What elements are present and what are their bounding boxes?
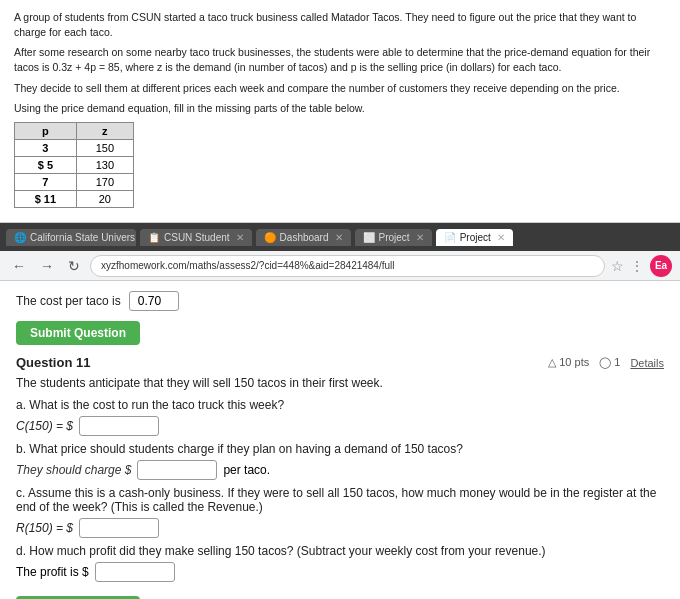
tab-icon-project2: 📄	[444, 232, 456, 243]
tab-label-california: California State Univers...	[30, 232, 136, 243]
table-row: $ 11 20	[15, 191, 134, 208]
tab-icon-project1: ⬜	[363, 232, 375, 243]
question-meta: △ 10 pts ◯ 1 Details	[548, 356, 664, 369]
tab-icon-dashboard: 🟠	[264, 232, 276, 243]
part-a-answer-row: C(150) = $	[16, 416, 664, 436]
part-d-prefix: The profit is $	[16, 565, 89, 579]
back-button[interactable]: ←	[8, 256, 30, 276]
tab-label-project1: Project	[379, 232, 410, 243]
part-c-letter: c.	[16, 486, 28, 500]
question-intro: The students anticipate that they will s…	[16, 376, 664, 390]
avatar-initials: Ea	[655, 260, 667, 271]
cell-z2: 130	[76, 157, 133, 174]
bookmark-icon[interactable]: ☆	[611, 258, 624, 274]
part-c-answer-row: R(150) = $	[16, 518, 664, 538]
cell-p4: $ 11	[15, 191, 77, 208]
part-b-prefix: They should charge $	[16, 463, 131, 477]
tab-california[interactable]: 🌐 California State Univers... ✕	[6, 229, 136, 246]
tab-project2[interactable]: 📄 Project ✕	[436, 229, 513, 246]
submit-question-top-button[interactable]: Submit Question	[16, 321, 140, 345]
doc-para3: They decide to sell them at different pr…	[14, 81, 666, 96]
part-b-input[interactable]	[137, 460, 217, 480]
doc-para4: Using the price demand equation, fill in…	[14, 101, 666, 116]
tab-close-dashboard[interactable]: ✕	[335, 232, 343, 243]
tab-icon-csun: 📋	[148, 232, 160, 243]
demand-table: p z 3 150 $ 5 130 7 170 $ 11	[14, 122, 134, 208]
tab-label-dashboard: Dashboard	[280, 232, 329, 243]
part-c: c. Assume this is a cash-only business. …	[16, 486, 664, 538]
tab-close-project1[interactable]: ✕	[416, 232, 424, 243]
cost-value-box: 0.70	[129, 291, 179, 311]
part-d-letter: d.	[16, 544, 29, 558]
part-b-letter: b.	[16, 442, 29, 456]
cell-z1: 150	[76, 140, 133, 157]
question-label: Question 11	[16, 355, 90, 370]
part-b-answer-row: They should charge $ per taco.	[16, 460, 664, 480]
part-c-input[interactable]	[79, 518, 159, 538]
cell-p2: $ 5	[15, 157, 77, 174]
col-header-z: z	[76, 123, 133, 140]
tab-label-csun: CSUN Student	[164, 232, 230, 243]
part-d-answer-row: The profit is $	[16, 562, 664, 582]
cell-z3: 170	[76, 174, 133, 191]
table-row: 3 150	[15, 140, 134, 157]
address-bar-row: ← → ↻ ☆ ⋮ Ea	[0, 251, 680, 281]
part-b: b. What price should students charge if …	[16, 442, 664, 480]
tab-close-csun[interactable]: ✕	[236, 232, 244, 243]
doc-para1: A group of students from CSUN started a …	[14, 10, 666, 39]
part-d: d. How much profit did they make selling…	[16, 544, 664, 582]
cost-label: The cost per taco is	[16, 294, 121, 308]
cell-p1: 3	[15, 140, 77, 157]
cell-p3: 7	[15, 174, 77, 191]
part-a-letter: a.	[16, 398, 29, 412]
part-c-text: c. Assume this is a cash-only business. …	[16, 486, 664, 514]
question-tries: ◯ 1	[599, 356, 620, 369]
tab-csun-student[interactable]: 📋 CSUN Student ✕	[140, 229, 252, 246]
question-header: Question 11 △ 10 pts ◯ 1 Details	[16, 355, 664, 370]
part-a-text: a. What is the cost to run the taco truc…	[16, 398, 664, 412]
address-input[interactable]	[90, 255, 605, 277]
tab-close-project2[interactable]: ✕	[497, 232, 505, 243]
cost-row: The cost per taco is 0.70	[16, 291, 664, 311]
part-d-text: d. How much profit did they make selling…	[16, 544, 664, 558]
cell-z4: 20	[76, 191, 133, 208]
tab-project1[interactable]: ⬜ Project ✕	[355, 229, 432, 246]
forward-button[interactable]: →	[36, 256, 58, 276]
reload-button[interactable]: ↻	[64, 256, 84, 276]
demand-table-wrapper: p z 3 150 $ 5 130 7 170 $ 11	[14, 122, 666, 208]
part-c-prefix: R(150) = $	[16, 521, 73, 535]
question-details[interactable]: Details	[630, 357, 664, 369]
part-b-text: b. What price should students charge if …	[16, 442, 664, 456]
part-b-suffix: per taco.	[223, 463, 270, 477]
question-pts: △ 10 pts	[548, 356, 589, 369]
document-area: A group of students from CSUN started a …	[0, 0, 680, 223]
col-header-p: p	[15, 123, 77, 140]
avatar[interactable]: Ea	[650, 255, 672, 277]
table-row: $ 5 130	[15, 157, 134, 174]
tab-label-project2: Project	[460, 232, 491, 243]
browser-tabs-bar: 🌐 California State Univers... ✕ 📋 CSUN S…	[0, 223, 680, 251]
part-a: a. What is the cost to run the taco truc…	[16, 398, 664, 436]
settings-icon[interactable]: ⋮	[630, 258, 644, 274]
part-a-input[interactable]	[79, 416, 159, 436]
tab-icon-california: 🌐	[14, 232, 26, 243]
main-content: The cost per taco is 0.70 Submit Questio…	[0, 281, 680, 599]
tab-dashboard[interactable]: 🟠 Dashboard ✕	[256, 229, 351, 246]
part-a-prefix: C(150) = $	[16, 419, 73, 433]
part-d-input[interactable]	[95, 562, 175, 582]
table-row: 7 170	[15, 174, 134, 191]
doc-para2: After some research on some nearby taco …	[14, 45, 666, 74]
